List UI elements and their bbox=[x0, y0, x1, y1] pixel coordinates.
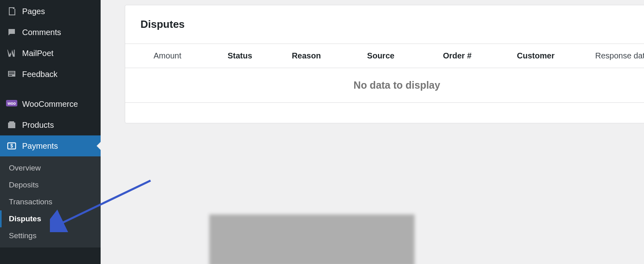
col-reason[interactable]: Reason bbox=[270, 51, 343, 60]
svg-rect-3 bbox=[9, 121, 14, 123]
col-customer[interactable]: Customer bbox=[495, 51, 576, 60]
sidebar-item-label: WooCommerce bbox=[22, 100, 78, 109]
sidebar-sub-label: Settings bbox=[9, 231, 37, 240]
sidebar-sub-label: Disputes bbox=[9, 214, 41, 223]
sidebar-sub-transactions[interactable]: Transactions bbox=[0, 193, 101, 210]
sidebar-item-label: Payments bbox=[22, 141, 58, 151]
col-response-date[interactable]: Response date bbox=[576, 51, 644, 60]
sidebar-item-mailpoet[interactable]: MailPoet bbox=[0, 43, 101, 64]
sidebar-item-products[interactable]: Products bbox=[0, 114, 101, 135]
sidebar-item-payments[interactable]: $ Payments bbox=[0, 135, 101, 156]
woo-icon: woo bbox=[6, 98, 17, 110]
sidebar-spacer bbox=[0, 85, 101, 94]
col-source[interactable]: Source bbox=[343, 51, 419, 60]
sidebar-submenu-payments: Overview Deposits Transactions Disputes … bbox=[0, 156, 101, 247]
panel-title: Disputes bbox=[140, 18, 185, 31]
col-order[interactable]: Order # bbox=[419, 51, 495, 60]
sidebar-sub-label: Deposits bbox=[9, 181, 39, 189]
sidebar-item-label: Comments bbox=[22, 28, 61, 37]
svg-text:woo: woo bbox=[7, 101, 16, 106]
redacted-region bbox=[209, 214, 415, 264]
table-scroll-container[interactable]: Amount Status Reason Source Order # Cust… bbox=[125, 44, 644, 103]
table-empty-message: No data to display bbox=[125, 68, 644, 103]
sidebar-item-label: MailPoet bbox=[22, 49, 54, 58]
disputes-card: Disputes Amount Status Reason Source Ord… bbox=[125, 5, 644, 123]
col-amount[interactable]: Amount bbox=[125, 51, 210, 60]
sidebar-sub-label: Transactions bbox=[9, 197, 52, 206]
sidebar-item-label: Products bbox=[22, 121, 54, 130]
col-status[interactable]: Status bbox=[210, 51, 270, 60]
products-icon bbox=[6, 119, 17, 131]
feedback-icon bbox=[6, 69, 17, 80]
sidebar-item-label: Pages bbox=[22, 7, 45, 16]
pages-icon bbox=[6, 6, 17, 17]
comment-icon bbox=[6, 27, 17, 38]
sidebar-item-label: Feedback bbox=[22, 70, 58, 79]
sidebar-item-pages[interactable]: Pages bbox=[0, 1, 101, 22]
admin-sidebar: Pages Comments MailPoet Feedback woo Woo… bbox=[0, 0, 101, 264]
svg-rect-2 bbox=[8, 123, 15, 128]
mailpoet-icon bbox=[6, 48, 17, 59]
card-header: Disputes bbox=[125, 5, 644, 44]
sidebar-sub-disputes[interactable]: Disputes bbox=[0, 210, 101, 227]
sidebar-sub-deposits[interactable]: Deposits bbox=[0, 177, 101, 193]
sidebar-item-woocommerce[interactable]: woo WooCommerce bbox=[0, 94, 101, 114]
sidebar-sub-settings[interactable]: Settings bbox=[0, 227, 101, 244]
main-content: Disputes Amount Status Reason Source Ord… bbox=[101, 0, 644, 264]
table-header-row: Amount Status Reason Source Order # Cust… bbox=[125, 44, 644, 68]
sidebar-item-feedback[interactable]: Feedback bbox=[0, 64, 101, 85]
sidebar-sub-overview[interactable]: Overview bbox=[0, 160, 101, 177]
sidebar-sub-label: Overview bbox=[9, 164, 41, 172]
card-footer bbox=[125, 103, 644, 123]
svg-text:$: $ bbox=[10, 143, 13, 149]
sidebar-item-comments[interactable]: Comments bbox=[0, 22, 101, 43]
payments-icon: $ bbox=[6, 140, 17, 152]
